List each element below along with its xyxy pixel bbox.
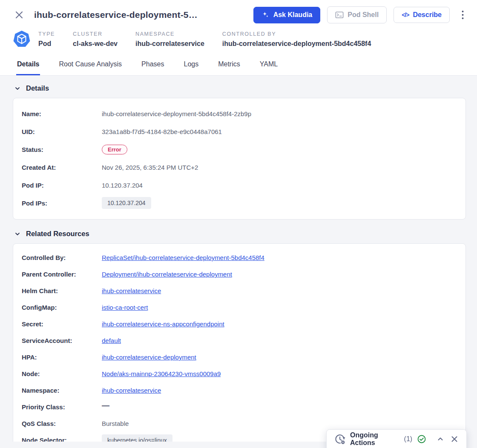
meta-field-type: TYPE Pod [38, 31, 55, 48]
serviceaccount-link[interactable]: default [102, 337, 121, 344]
detail-row-created-at: Created At: Nov 26, 2025, 6:35:24 PM UTC… [13, 158, 466, 176]
code-icon: </> [402, 11, 409, 18]
related-resources-section-title: Related Resources [26, 230, 89, 238]
related-row-configmap: ConfigMap: istio-ca-root-cert [13, 299, 466, 316]
related-resources-card: Controlled By: ReplicaSet/ihub-correlate… [13, 243, 466, 442]
details-tab-content: Details Name: ihub-correlateservice-depl… [0, 76, 477, 442]
tab-bar: Details Root Cause Analysis Phases Logs … [0, 55, 477, 76]
hpa-link[interactable]: ihub-correlateservice-deployment [102, 354, 196, 361]
detail-row-pod-ip: Pod IP: 10.120.37.204 [13, 176, 466, 194]
chevron-down-icon [14, 86, 20, 91]
related-parent-controller-label: Parent Controller: [22, 271, 102, 278]
related-row-parent-controller: Parent Controller: Deployment/ihub-corre… [13, 266, 466, 282]
related-priority-class-label: Priority Class: [22, 403, 102, 411]
drawer-header: ihub-correlateservice-deployment-5… Ask … [0, 0, 477, 76]
detail-row-name: Name: ihub-correlateservice-deployment-5… [13, 105, 466, 123]
page-title: ihub-correlateservice-deployment-5… [34, 10, 198, 20]
describe-label: Describe [413, 11, 442, 19]
related-resources-section-toggle[interactable]: Related Resources [14, 230, 466, 238]
controlled-by-link[interactable]: ReplicaSet/ihub-correlateservice-deploym… [102, 254, 264, 261]
related-row-secret: Secret: ihub-correlateservice-ns-appconf… [13, 316, 466, 332]
pod-shell-label: Pod Shell [348, 11, 379, 19]
detail-pod-ip-label: Pod IP: [22, 182, 102, 189]
topbar: ihub-correlateservice-deployment-5… Ask … [0, 0, 477, 26]
meta-cluster-value: cl-aks-we-dev [73, 40, 118, 48]
tab-phases[interactable]: Phases [141, 55, 165, 75]
related-serviceaccount-label: ServiceAccount: [22, 337, 102, 344]
success-check-icon [417, 434, 427, 445]
meta-namespace-label: NAMESPACE [135, 31, 204, 37]
collapse-chevron-up-icon[interactable] [435, 434, 445, 445]
tab-yaml[interactable]: YAML [259, 55, 279, 75]
action-history-icon [334, 434, 346, 445]
detail-status-label: Status: [22, 146, 102, 153]
detail-name-value: ihub-correlateservice-deployment-5bd4c45… [102, 110, 251, 117]
detail-pod-ip-value: 10.120.37.204 [102, 182, 143, 189]
related-namespace-label: Namespace: [22, 387, 102, 394]
related-configmap-label: ConfigMap: [22, 304, 102, 311]
namespace-link[interactable]: ihub-correlateservice [102, 387, 161, 394]
tab-details[interactable]: Details [16, 55, 40, 75]
meta-field-namespace: NAMESPACE ihub-correlateservice [135, 31, 204, 48]
meta-controlled-by-value: ihub-correlateservice-deployment-5bd4c45… [222, 40, 371, 48]
detail-name-label: Name: [22, 110, 102, 117]
status-badge: Error [102, 145, 127, 154]
pod-ips-chip: 10.120.37.204 [102, 197, 151, 209]
detail-uid-value: 323a1a8b-f7d5-4184-82be-e9c0448a7061 [102, 128, 222, 135]
close-icon[interactable] [449, 434, 460, 445]
details-section-toggle[interactable]: Details [14, 84, 466, 92]
related-row-priority-class: Priority Class: — [13, 399, 466, 415]
priority-class-empty-value: — [102, 401, 109, 410]
ask-klaudia-button[interactable]: Ask Klaudia [253, 7, 321, 23]
related-node-label: Node: [22, 370, 102, 377]
terminal-icon [335, 11, 344, 19]
detail-row-pod-ips: Pod IPs: 10.120.37.204 [13, 194, 466, 212]
related-helm-chart-label: Helm Chart: [22, 287, 102, 294]
meta-namespace-value: ihub-correlateservice [135, 40, 204, 48]
ongoing-actions-title: Ongoing Actions [350, 431, 400, 447]
tab-root-cause-analysis[interactable]: Root Cause Analysis [58, 55, 123, 75]
configmap-link[interactable]: istio-ca-root-cert [102, 304, 148, 311]
detail-uid-label: UID: [22, 128, 102, 135]
related-row-controlled-by: Controlled By: ReplicaSet/ihub-correlate… [13, 249, 466, 266]
meta-controlled-by-label: CONTROLLED BY [222, 31, 371, 37]
related-row-node: Node: Node/aks-mainnp-23064230-vmss0009a… [13, 365, 466, 382]
tab-logs[interactable]: Logs [183, 55, 199, 75]
details-section-title: Details [26, 84, 49, 92]
kebab-menu-icon[interactable] [457, 9, 468, 21]
meta-type-value: Pod [38, 40, 55, 48]
resource-meta-row: TYPE Pod CLUSTER cl-aks-we-dev NAMESPACE… [0, 26, 477, 55]
chevron-down-icon [14, 231, 20, 237]
node-link[interactable]: Node/aks-mainnp-23064230-vmss0009a9 [102, 370, 221, 377]
topbar-actions: Ask Klaudia Pod Shell </> Describe [253, 6, 468, 23]
meta-type-label: TYPE [38, 31, 55, 37]
detail-row-status: Status: Error [13, 140, 466, 158]
detail-created-at-value: Nov 26, 2025, 6:35:24 PM UTC+2 [102, 164, 198, 171]
helm-chart-link[interactable]: ihub-correlateservice [102, 287, 161, 294]
close-icon[interactable] [14, 9, 25, 20]
related-row-namespace: Namespace: ihub-correlateservice [13, 382, 466, 399]
pod-icon [13, 30, 31, 48]
related-node-selector-label: Node Selector: [22, 437, 102, 442]
detail-row-uid: UID: 323a1a8b-f7d5-4184-82be-e9c0448a706… [13, 123, 466, 140]
related-hpa-label: HPA: [22, 354, 102, 361]
meta-cluster-label: CLUSTER [73, 31, 118, 37]
parent-controller-link[interactable]: Deployment/ihub-correlateservice-deploym… [102, 271, 232, 278]
pod-shell-button[interactable]: Pod Shell [327, 6, 387, 23]
related-row-serviceaccount: ServiceAccount: default [13, 332, 466, 349]
describe-button[interactable]: </> Describe [394, 7, 450, 23]
ongoing-actions-count: (1) [404, 435, 413, 443]
detail-created-at-label: Created At: [22, 164, 102, 171]
meta-field-cluster: CLUSTER cl-aks-we-dev [73, 31, 118, 48]
related-row-helm-chart: Helm Chart: ihub-correlateservice [13, 282, 466, 299]
tab-metrics[interactable]: Metrics [217, 55, 241, 75]
details-card: Name: ihub-correlateservice-deployment-5… [13, 98, 466, 220]
meta-field-controlled-by: CONTROLLED BY ihub-correlateservice-depl… [222, 31, 371, 48]
node-selector-chip: kubernetes.io/os=linux [102, 434, 172, 442]
sparkles-icon [261, 11, 270, 19]
ongoing-actions-panel: Ongoing Actions (1) [326, 429, 467, 448]
secret-link[interactable]: ihub-correlateservice-ns-appconfigendpoi… [102, 320, 224, 328]
related-row-hpa: HPA: ihub-correlateservice-deployment [13, 349, 466, 365]
qos-class-value: Burstable [102, 420, 129, 427]
related-secret-label: Secret: [22, 320, 102, 328]
